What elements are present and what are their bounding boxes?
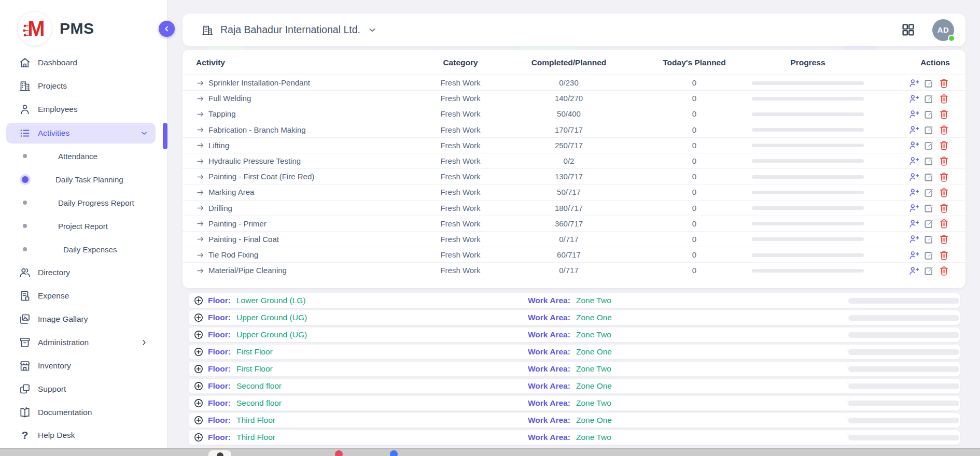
edit-button[interactable] [923,78,934,89]
floor-row[interactable]: Floor: Third Floor Work Area: Zone One [188,412,960,428]
arrow-right-icon[interactable] [196,157,205,166]
sidebar-item-activities[interactable]: Activities [6,123,156,144]
assign-person-button[interactable] [908,187,919,198]
taskbar-app-icon[interactable] [208,450,231,456]
sidebar-item-projects[interactable]: Projects [6,76,156,96]
floor-row[interactable]: Floor: First Floor Work Area: Zone One [188,344,960,360]
expand-plus-icon[interactable] [193,432,204,443]
delete-button[interactable] [939,155,949,166]
expand-plus-icon[interactable] [193,398,204,408]
delete-button[interactable] [939,250,949,261]
sidebar-item-image-gallary[interactable]: Image Gallary [6,309,156,330]
edit-button[interactable] [923,187,934,198]
delete-button[interactable] [939,172,949,182]
assign-person-button[interactable] [908,234,919,245]
floor-row[interactable]: Floor: Upper Ground (UG) Work Area: Zone… [188,327,960,343]
sidebar-subitem-daily-progress-report[interactable]: Daily Progress Report [6,193,156,212]
logo-letter: M [27,18,45,39]
edit-button[interactable] [923,155,934,166]
arrow-right-icon[interactable] [196,94,205,103]
user-avatar[interactable]: AD [932,19,954,41]
edit-button[interactable] [923,234,934,245]
edit-button[interactable] [923,93,934,104]
floor-row[interactable]: Floor: Lower Ground (LG) Work Area: Zone… [188,293,960,308]
assign-person-button[interactable] [908,78,919,89]
edit-button[interactable] [923,140,934,151]
arrow-right-icon[interactable] [196,125,205,134]
sidebar-subitem-daily-task-planning[interactable]: Daily Task Planning [6,170,156,189]
assign-person-button[interactable] [908,140,919,151]
company-selector[interactable]: Raja Bahadur International Ltd. [201,24,377,36]
sidebar-item-dashboard[interactable]: Dashboard [6,52,156,73]
floor-row[interactable]: Floor: Second floor Work Area: Zone Two [188,395,960,411]
assign-person-button[interactable] [908,124,919,135]
todays-planned-cell: 0 [642,169,746,184]
category-cell: Fresh Work [409,232,512,247]
edit-button[interactable] [923,265,934,276]
arrow-right-icon[interactable] [196,204,205,212]
sidebar-item-employees[interactable]: Employees [6,99,156,120]
assign-person-button[interactable] [908,250,919,261]
assign-person-button[interactable] [908,265,919,276]
sidebar-item-documentation[interactable]: Documentation [6,402,156,423]
assign-person-button[interactable] [908,109,919,120]
delete-button[interactable] [939,140,949,151]
sidebar-collapse-button[interactable] [159,21,175,37]
sidebar-item-directory[interactable]: Directory [6,262,156,283]
arrow-right-icon[interactable] [196,173,205,181]
completed-planned-cell: 0/2 [517,153,621,169]
delete-button[interactable] [939,265,949,276]
assign-person-button[interactable] [908,172,919,182]
assign-person-button[interactable] [908,155,919,166]
assign-person-button[interactable] [908,218,919,229]
delete-button[interactable] [939,234,949,245]
delete-button[interactable] [939,187,949,198]
sidebar-subitem-attendance[interactable]: Attendance [6,147,156,165]
expand-plus-icon[interactable] [193,381,204,391]
delete-button[interactable] [939,109,949,120]
sidebar-item-administration[interactable]: Administration [6,332,156,353]
sidebar-item-support[interactable]: Support [6,379,156,400]
sidebar-item-inventory[interactable]: Inventory [6,355,156,376]
expand-plus-icon[interactable] [193,347,204,357]
arrow-right-icon[interactable] [196,79,205,88]
arrow-right-icon[interactable] [196,266,205,275]
delete-button[interactable] [939,93,949,104]
taskbar-red-dot-icon[interactable] [335,450,343,456]
taskbar-blue-dot-icon[interactable] [390,450,398,456]
edit-button[interactable] [923,172,934,182]
edit-button[interactable] [923,203,934,213]
sidebar-item-help-desk[interactable]: ? Help Desk [6,425,156,446]
expand-plus-icon[interactable] [193,330,204,340]
delete-button[interactable] [939,78,949,89]
floor-row[interactable]: Floor: Second floor Work Area: Zone One [188,378,960,394]
floor-row[interactable]: Floor: Third Floor Work Area: Zone Two [188,430,960,445]
arrow-right-icon[interactable] [196,110,205,119]
assign-person-button[interactable] [908,93,919,104]
edit-button[interactable] [923,109,934,120]
delete-button[interactable] [939,218,949,229]
edit-button[interactable] [923,124,934,135]
arrow-right-icon[interactable] [196,235,205,244]
sidebar-subitem-daily-expenses[interactable]: Daily Expenses [6,240,156,259]
delete-button[interactable] [939,124,949,135]
arrow-right-icon[interactable] [196,251,205,260]
arrow-right-icon[interactable] [196,219,205,228]
delete-button[interactable] [939,203,949,213]
edit-button[interactable] [923,218,934,229]
floor-row[interactable]: Floor: First Floor Work Area: Zone Two [188,361,960,377]
apps-grid-icon[interactable] [901,23,915,37]
arrow-right-icon[interactable] [196,188,205,197]
expand-plus-icon[interactable] [193,295,204,306]
app-name: PMS [60,20,94,37]
expand-plus-icon[interactable] [193,312,204,323]
expand-plus-icon[interactable] [193,415,204,425]
sidebar-subitem-project-report[interactable]: Project Report [6,217,156,235]
expand-plus-icon[interactable] [193,364,204,374]
arrow-right-icon[interactable] [196,141,205,150]
assign-person-button[interactable] [908,203,919,213]
sidebar-item-expense[interactable]: Expense [6,286,156,306]
edit-button[interactable] [923,250,934,261]
bullet-dot-icon [19,243,31,255]
floor-row[interactable]: Floor: Upper Ground (UG) Work Area: Zone… [188,310,960,325]
